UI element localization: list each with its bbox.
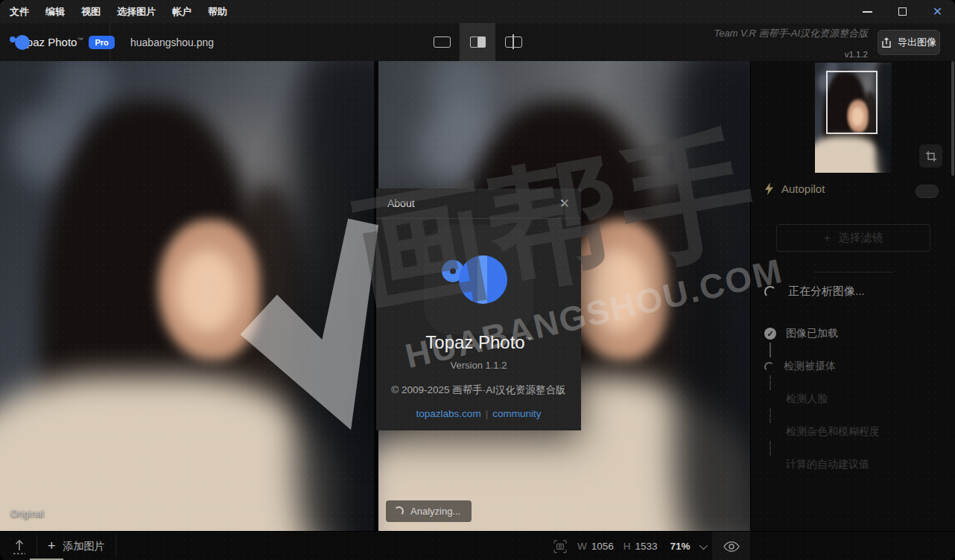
autopilot-row: Autopilot xyxy=(764,182,825,195)
sidebar-divider xyxy=(814,272,893,273)
menu-file[interactable]: 文件 xyxy=(0,0,37,23)
close-icon: ✕ xyxy=(933,6,942,18)
upload-button[interactable] xyxy=(10,537,29,556)
step-connector xyxy=(770,343,771,357)
topazlabs-link[interactable]: topazlabs.com xyxy=(416,408,481,419)
original-label: Original xyxy=(10,508,44,519)
split-view-icon xyxy=(505,36,522,48)
sidebar-scrollbar[interactable] xyxy=(951,61,954,176)
statusbar-divider xyxy=(37,535,37,557)
dialog-version: Version 1.1.2 xyxy=(376,360,581,371)
close-button[interactable]: ✕ xyxy=(920,0,955,23)
dialog-title: About xyxy=(387,197,415,209)
upload-icon xyxy=(12,538,27,555)
about-dialog-header: About ✕ xyxy=(376,188,581,219)
step-auto-suggestions: 计算的自动建议值 xyxy=(786,459,869,471)
view-mode-switcher xyxy=(424,23,531,61)
autopilot-bolt-icon xyxy=(764,182,774,195)
single-view-button[interactable] xyxy=(424,23,460,61)
link-separator: | xyxy=(486,408,489,419)
dialog-links: topazlabs.com|community xyxy=(376,408,581,419)
pipeline-steps: ✓ 图像已加载 检测被摄体 检测人脸 检测杂色和模糊程度 计算 xyxy=(764,328,943,477)
dialog-copyright: © 2009-2025 画帮手·AI汉化资源整合版 xyxy=(376,384,581,397)
zoom-level[interactable]: 71% xyxy=(670,541,691,552)
export-image-button[interactable]: 导出图像 xyxy=(878,30,940,55)
menu-help[interactable]: 帮助 xyxy=(200,0,235,23)
about-dialog: About ✕ Topaz Photo™ Version 1.1.2 © 200… xyxy=(376,188,581,430)
topaz-logo-circle-icon xyxy=(459,255,507,304)
crop-icon xyxy=(925,150,937,162)
step-connector xyxy=(770,375,771,390)
menu-edit[interactable]: 编辑 xyxy=(37,0,73,23)
add-image-button[interactable]: + 添加图片 xyxy=(48,532,105,560)
step-detect-faces: 检测人脸 xyxy=(786,393,828,405)
dialog-close-button[interactable]: ✕ xyxy=(559,197,570,210)
preview-original-section xyxy=(712,532,750,560)
width-readout: W 1056 xyxy=(577,541,614,552)
status-bar: + 添加图片 W 1056 H 1533 71% xyxy=(0,531,955,560)
eye-icon[interactable] xyxy=(723,541,740,552)
menu-bar: 文件 编辑 视图 选择图片 帐户 帮助 ✕ xyxy=(0,0,955,23)
toolbar: Topaz Photo™ Pro huabangshou.png Team V.… xyxy=(0,23,955,61)
autopilot-toggle[interactable] xyxy=(916,185,939,198)
step-detect-subject: 检测被摄体 xyxy=(764,360,836,372)
step-detect-noise-blur: 检测杂色和模糊程度 xyxy=(786,426,880,438)
check-icon: ✓ xyxy=(764,328,776,340)
dialog-app-name: Topaz Photo™ xyxy=(376,332,581,353)
original-image-pane[interactable]: Original xyxy=(0,61,374,531)
analyzing-spinner-icon xyxy=(394,506,404,516)
right-sidebar: Autopilot + 选择滤镜 正在分析图像... ✓ 图像已加载 xyxy=(750,61,955,531)
side-by-side-view-button[interactable] xyxy=(460,23,495,61)
split-view-button[interactable] xyxy=(495,23,531,61)
menu-select-image[interactable]: 选择图片 xyxy=(109,0,164,23)
minimize-icon xyxy=(863,11,872,13)
face-detection-box xyxy=(826,71,878,134)
side-by-side-icon xyxy=(470,36,486,48)
navigator-thumbnail[interactable] xyxy=(815,63,892,173)
step-connector xyxy=(770,408,771,423)
plus-icon: + xyxy=(824,231,831,246)
menu-account[interactable]: 帐户 xyxy=(164,0,200,23)
single-view-icon xyxy=(434,36,451,48)
minimize-button[interactable] xyxy=(850,0,885,23)
app-brand: Topaz Photo™ Pro xyxy=(0,23,110,61)
analyzing-status-chip: Analyzing... xyxy=(386,500,472,522)
maximize-icon xyxy=(898,7,907,16)
pro-badge: Pro xyxy=(89,36,114,49)
step-image-loaded: ✓ 图像已加载 xyxy=(764,328,838,340)
height-readout: H 1533 xyxy=(624,541,658,552)
menu-view[interactable]: 视图 xyxy=(73,0,109,23)
community-link[interactable]: community xyxy=(492,408,541,419)
team-credit-text: Team V.R 画帮手-AI汉化资源整合版 xyxy=(714,27,868,40)
step-spinner-icon xyxy=(764,362,774,372)
select-filter-button[interactable]: + 选择滤镜 xyxy=(776,224,930,252)
analyzing-image-spinner-icon xyxy=(764,286,776,298)
file-tab[interactable]: huabangshou.png xyxy=(130,23,214,61)
app-window: 文件 编辑 视图 选择图片 帐户 帮助 ✕ Topaz Photo™ Pro h… xyxy=(0,0,955,560)
step-connector xyxy=(770,441,771,456)
statusbar-divider xyxy=(115,535,116,557)
plus-icon: + xyxy=(48,538,56,554)
resize-capture-icon xyxy=(553,540,567,553)
image-meta: W 1056 H 1533 71% xyxy=(553,532,705,560)
app-version-text: v1.1.2 xyxy=(845,50,868,59)
analyzing-image-row: 正在分析图像... xyxy=(764,284,865,299)
export-icon xyxy=(881,37,892,48)
crop-button[interactable] xyxy=(919,144,942,168)
maximize-button[interactable] xyxy=(885,0,920,23)
photo-original xyxy=(0,61,374,531)
chevron-down-icon[interactable] xyxy=(699,541,707,549)
window-controls: ✕ xyxy=(850,0,955,23)
